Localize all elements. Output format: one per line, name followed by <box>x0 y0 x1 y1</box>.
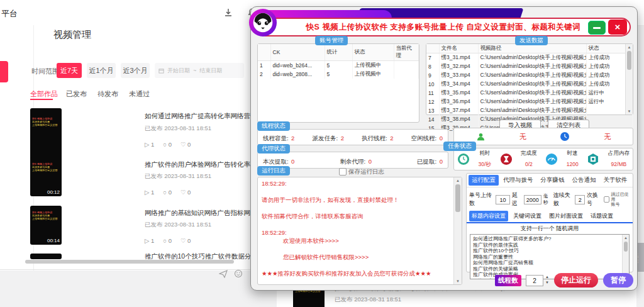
play-count-icon: ▷ <box>145 189 149 196</box>
thumbnail-text: 快S 视频上传协议支持多账号批量上传视频和自定义封面 <box>30 108 62 126</box>
close-button[interactable]: × <box>608 20 627 35</box>
tab-about[interactable]: 关于软件 <box>601 175 631 186</box>
task-status-box: 耗时30/秒 完成度0/2 时速1200 占用内存92/MB <box>453 148 633 170</box>
stop-run-button[interactable]: 停止运行 <box>554 273 598 287</box>
tab-run-config[interactable]: 运行配置 <box>469 175 499 186</box>
horizontal-scrollbar[interactable] <box>25 260 234 264</box>
like-count-icon: ♡ <box>180 141 186 148</box>
window-edge <box>0 269 250 270</box>
textarea-scrollbar[interactable]: ▲ ▼ <box>622 235 629 279</box>
app-title: 快S 视频上传协议软件 支持多账号批量上传 自定义设置封面、标题和关键词 <box>306 22 581 33</box>
minimize-button[interactable] <box>588 21 606 35</box>
hourglass-icon <box>500 153 513 165</box>
log-line: 18:52:29: <box>262 228 458 237</box>
delay-input[interactable]: 2000 <box>524 195 541 204</box>
skip-used-label: 跳过已使用账号 <box>611 192 630 207</box>
send-row[interactable]: 12愣3_36.mp4C:\Users\admin\Desktop\快手上传视频… <box>426 98 633 106</box>
tab-rejected[interactable]: 未通过 <box>129 89 150 99</box>
tab-announcement[interactable]: 公告通知 <box>569 175 599 186</box>
video-thumbnail[interactable]: 快S 视频上传协议支持多账号批量上传视频和自定义封面 00:15 <box>30 108 62 164</box>
video-stats: ▷ 1 ○ 0 ♡ 0 <box>145 141 191 148</box>
date-separator: ~ <box>193 67 196 74</box>
memory-chip-icon <box>587 153 599 165</box>
send-row[interactable]: 8愣3_32.mp4C:\Users\admin\Desktop\快手上传视频\… <box>426 62 633 71</box>
send-row[interactable]: 11愣3_35.mp4C:\Users\admin\Desktop\快手上传视频… <box>426 89 633 98</box>
send-row[interactable]: 10愣3_34.mp4C:\Users\admin\Desktop\快手上传视频… <box>426 80 633 89</box>
video-thumbnail[interactable] <box>30 254 62 259</box>
account-row[interactable]: 1did=web_b264...5上传视频中 <box>258 61 419 70</box>
sidebar-active-item[interactable] <box>0 61 8 82</box>
send-row[interactable]: 13愣3_37.mp4C:\Users\admin\Desktop\快手上传视频… <box>426 106 633 115</box>
send-row[interactable]: 7愣3_31.mp4C:\Users\admin\Desktop\快手上传视频\… <box>426 53 633 63</box>
titles-textarea[interactable]: 如何通过网络推广获得更多的客户? 推广软件的最佳实践 推广软件的10个技巧 网络… <box>470 234 630 279</box>
log-line: ★★★推荐好友购买软件和推荐好友加入会员您可获得分成★★★ <box>262 269 458 277</box>
log-line: 18:52:29: <box>262 179 458 187</box>
tab-published[interactable]: 已发布 <box>66 89 87 99</box>
subtab-topics[interactable]: 话题设置 <box>588 211 616 221</box>
task-section-tag: 任务状态 <box>443 142 476 151</box>
date-range-input[interactable]: 开始日期 ~ 结束日期 <box>155 63 244 78</box>
proxy-section-tag: 代理状态 <box>257 144 290 154</box>
video-thumbnail[interactable]: 快S 视频上传协议支持多账号批量上传视频和自定义封面 00:12 <box>30 157 62 196</box>
log-scrollbar[interactable]: ▲ ▼ <box>453 177 462 284</box>
comment-count-icon: ○ <box>163 141 167 148</box>
range-1m-button[interactable]: 近1个月 <box>87 63 116 78</box>
uploader-app-window: 快S 视频上传协议软件 支持多账号批量上传 自定义设置封面、标题和关键词 × 账… <box>250 6 638 291</box>
monitor-box: 无 无 <box>453 128 633 145</box>
account-section-tag: 账号管理 <box>315 36 348 45</box>
play-count-icon: ▷ <box>145 237 149 244</box>
video-thumbnail[interactable]: 快S 视频上传协议支持多账号批量上传视频和自定义封面 00:14 <box>30 206 62 245</box>
delay-label: 延迟 <box>512 191 522 208</box>
log-line: 欢迎使用本软件>>>> <box>262 237 458 245</box>
config-panel: 运行配置 代理与拨号 分享赚钱 公告通知 关于软件 单号上传数 10 延迟 20… <box>466 173 633 272</box>
send-row[interactable]: 9愣3_33.mp4C:\Users\admin\Desktop\快手上传视频\… <box>426 71 633 80</box>
video-meta: 已发布 2023-08-31 18:51 <box>335 296 401 304</box>
titles-hint: 支持一行一个 随机调用 <box>467 223 633 234</box>
comment-count-icon: ○ <box>163 189 167 196</box>
thread-count-input[interactable]: 2 <box>526 275 543 286</box>
fail-input[interactable]: 2 <box>575 195 585 204</box>
site-brand: 平台 <box>1 8 18 20</box>
run-log[interactable]: 18:52:29: 请勿用于一切非法行为，如有发现，直接封禁处理！ 软件招募代理… <box>257 177 462 285</box>
smiley-icon[interactable] <box>234 269 243 278</box>
send-table[interactable]: 文件名视频路径状态 7愣3_31.mp4C:\Users\admin\Deskt… <box>426 43 633 115</box>
send-table-scrollbar[interactable]: ▲ ▼ <box>625 44 633 114</box>
thread-count-stepper[interactable]: ▲▼ <box>545 274 549 286</box>
subtab-keywords[interactable]: 关键词设置 <box>511 211 544 221</box>
subtab-title-content[interactable]: 标题内容设置 <box>469 211 508 221</box>
video-title[interactable]: 推广软件的用户体验网络广告转化率推广软件营销推广软件软件网络营销分析#推广软件数 <box>145 160 250 169</box>
thumbnail-text: 快S 视频上传协议支持多账号批量上传视频和自定义封面 <box>30 157 62 172</box>
video-stats: ▷ 1 ○ 0 ♡ 0 <box>145 237 191 244</box>
video-title[interactable]: 推广软件的10个技巧推广软件数据分析资费推广软件费用网络营销转化率营销自动化#推… <box>145 252 250 259</box>
clock-icon <box>560 131 570 142</box>
tab-all-works[interactable]: 全部作品 <box>30 89 58 99</box>
skip-used-checkbox[interactable] <box>604 196 609 203</box>
share-icon[interactable] <box>219 269 228 278</box>
log-line: 请勿用于一切非法行为，如有发现，直接封禁处理！ <box>262 196 458 204</box>
save-log-checkbox[interactable] <box>339 168 347 176</box>
video-meta: 已发布 2023-08-31 18:51 <box>145 172 211 181</box>
range-3m-button[interactable]: 近3个月 <box>121 63 150 78</box>
subtab-cover[interactable]: 图片封面设置 <box>547 211 586 221</box>
tab-proxy-dial[interactable]: 代理与拨号 <box>500 175 536 186</box>
tab-share-earn[interactable]: 分享赚钱 <box>538 175 568 186</box>
video-title[interactable]: 网络推广的基础知识网络广告指标网络营销案例#网络推广案例#网络广告分析#搜索引擎 <box>145 209 250 218</box>
speedometer-icon <box>545 153 558 165</box>
timer-icon <box>457 153 470 165</box>
delay-unit: 毫秒 <box>543 193 552 206</box>
tab-pending[interactable]: 待发布 <box>97 89 118 99</box>
account-row[interactable]: 2did=web_2808...5上传视频中 <box>258 70 419 79</box>
video-duration: 00:12 <box>47 189 60 195</box>
upload-per-account-label: 单号上传数 <box>469 191 494 208</box>
download-icon[interactable] <box>223 8 235 19</box>
account-table[interactable]: CK统计状态当前代理 1did=web_b264...5上传视频中 2did=w… <box>257 43 419 123</box>
video-meta: 已发布 2023-08-31 18:51 <box>145 221 211 229</box>
date-start-placeholder: 开始日期 <box>167 67 190 75</box>
upload-per-account-input[interactable]: 10 <box>496 195 510 204</box>
video-title[interactable]: 如何通过网络推广提高转化率网络营销费用网络营销KPI网络广告监测#推广软件数据分… <box>145 112 250 121</box>
monitor-value: 无 <box>604 132 611 142</box>
time-range-label: 时间范围 <box>31 67 59 76</box>
thread-status-box: 线程容量: 2 派发任务: 2 执行线程: 2 空闲线程: 0 <box>257 129 448 145</box>
range-7d-button[interactable]: 近7天 <box>57 63 82 78</box>
pause-button[interactable]: 暂停 <box>603 273 633 287</box>
